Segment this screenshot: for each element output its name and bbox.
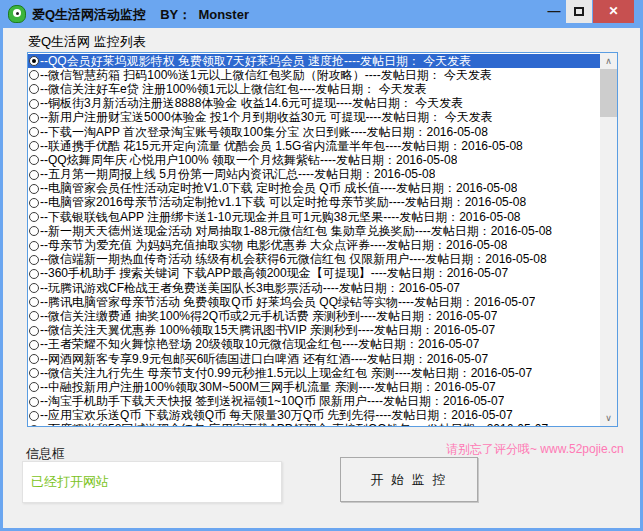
radio-icon[interactable] [29, 155, 39, 165]
maximize-icon [574, 7, 584, 16]
radio-icon[interactable] [29, 212, 39, 222]
list-item-label: --百度糯米和58同城送现金红包 应用宝下载APP领现金 直接到QQ钱包----… [40, 421, 548, 426]
chevron-down-icon: ∨ [605, 413, 612, 423]
titlebar: 爱Q生活网活动监控BY： Monster — ✕ [0, 0, 643, 28]
radio-icon[interactable] [29, 127, 39, 137]
scroll-up-button[interactable]: ∧ [600, 53, 617, 69]
app-byline: BY： Monster [160, 7, 249, 22]
chevron-up-icon: ∧ [605, 56, 612, 66]
radio-icon[interactable] [29, 56, 39, 66]
info-box: 已经打开网站 [22, 461, 282, 503]
radio-icon[interactable] [29, 269, 39, 279]
radio-icon[interactable] [29, 368, 39, 378]
maximize-button[interactable] [566, 0, 592, 23]
radio-icon[interactable] [29, 141, 39, 151]
radio-icon[interactable] [29, 311, 39, 321]
monster-app-icon [8, 5, 26, 23]
list-item[interactable]: --百度糯米和58同城送现金红包 应用宝下载APP领现金 直接到QQ钱包----… [28, 423, 600, 426]
radio-icon[interactable] [29, 354, 39, 364]
radio-icon[interactable] [29, 340, 39, 350]
scrollbar-thumb[interactable] [600, 69, 617, 117]
radio-icon[interactable] [29, 226, 39, 236]
window: 爱Q生活网活动监控BY： Monster — ✕ 爱Q生活网 监控列表 --QQ… [0, 0, 643, 531]
radio-icon[interactable] [29, 170, 39, 180]
radio-icon[interactable] [29, 425, 39, 426]
scrollbar[interactable]: ∧ ∨ [600, 53, 617, 426]
info-message: 已经打开网站 [31, 473, 109, 491]
app-title: 爱Q生活网活动监控 [32, 7, 146, 22]
radio-icon[interactable] [29, 283, 39, 293]
radio-icon[interactable] [29, 113, 39, 123]
radio-icon[interactable] [29, 184, 39, 194]
radio-icon[interactable] [29, 198, 39, 208]
rating-note: 请别忘了评分哦~ www.52pojie.cn [446, 441, 638, 458]
radio-icon[interactable] [29, 241, 39, 251]
radio-icon[interactable] [29, 297, 39, 307]
minimize-button[interactable]: — [543, 0, 565, 23]
radio-icon[interactable] [29, 382, 39, 392]
close-icon: ✕ [608, 4, 618, 18]
radio-icon[interactable] [29, 84, 39, 94]
radio-icon[interactable] [29, 255, 39, 265]
window-title: 爱Q生活网活动监控BY： Monster [32, 6, 249, 24]
start-monitor-button[interactable]: 开 始 监 控 [340, 457, 478, 502]
radio-icon[interactable] [29, 397, 39, 407]
radio-icon[interactable] [29, 99, 39, 109]
close-button[interactable]: ✕ [593, 0, 634, 23]
radio-icon[interactable] [29, 326, 39, 336]
radio-icon[interactable] [29, 70, 39, 80]
activity-list: --QQ会员好莱坞观影特权 免费领取7天好莱坞会员 速度抢----发帖日期： 今… [28, 54, 600, 426]
minimize-icon: — [548, 3, 561, 18]
list-caption: 爱Q生活网 监控列表 [28, 33, 146, 51]
radio-icon[interactable] [29, 411, 39, 421]
scroll-down-button[interactable]: ∨ [600, 410, 617, 426]
activity-listbox[interactable]: --QQ会员好莱坞观影特权 免费领取7天好莱坞会员 速度抢----发帖日期： 今… [27, 52, 618, 427]
